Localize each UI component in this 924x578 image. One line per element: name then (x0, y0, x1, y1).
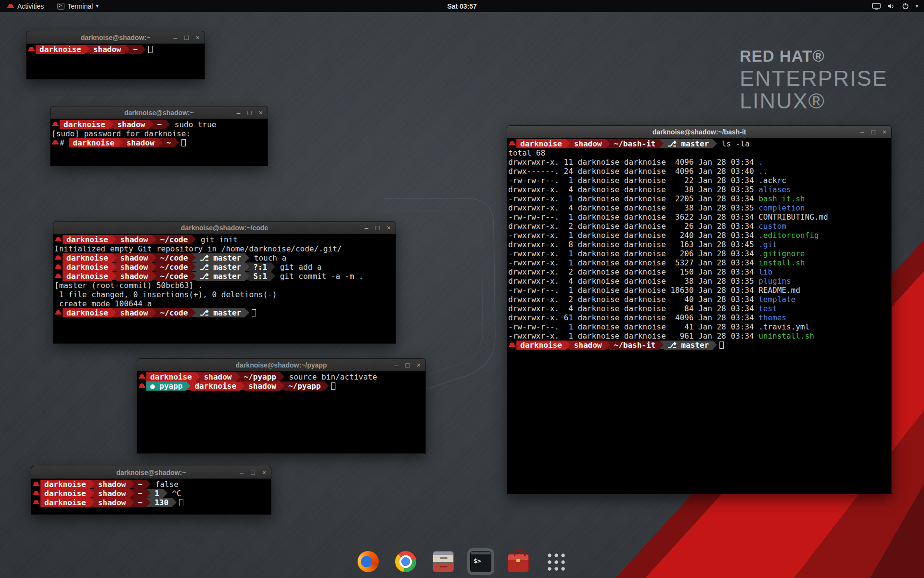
terminal-line: # darknoiseshadow~ (51, 138, 268, 147)
prompt-segment: ⎇ master (196, 263, 245, 272)
dock-item-files[interactable] (430, 548, 457, 575)
terminal-line: darknoiseshadow~ (27, 45, 205, 54)
terminal-window-bash-it[interactable]: darknoise@shadow:~/bash-it – □ × darknoi… (507, 125, 892, 494)
activities-button[interactable]: Activities (4, 0, 47, 12)
prompt-segment: darknoise (60, 120, 109, 129)
terminal-line: -rw-rw-r--. 1 darknoise darknoise 3622 J… (508, 212, 891, 222)
prompt-segment: ~/code (156, 253, 192, 263)
powerline-arrow-icon (196, 372, 200, 381)
terminal-window-home-2[interactable]: darknoise@shadow:~ – □ × darknoiseshadow… (31, 466, 271, 515)
dock-item-firefox[interactable] (355, 548, 382, 575)
redhat-prompt-icon (27, 45, 36, 54)
window-titlebar[interactable]: darknoise@shadow:~ – □ × (31, 466, 271, 479)
terminal-line: drwxrwxr-x. 11 darknoise darknoise 4096 … (508, 158, 891, 167)
minimize-button[interactable]: – (395, 362, 398, 368)
terminal-line: drwxrwxr-x. 4 darknoise darknoise 38 Jan… (508, 203, 891, 212)
window-titlebar[interactable]: darknoise@shadow:~ – □ × (51, 106, 268, 119)
close-button[interactable]: × (387, 224, 391, 231)
terminal-content[interactable]: darknoiseshadow~ sudo true[sudo] passwor… (51, 119, 268, 147)
terminal-line: -rwxrwxr-x. 1 darknoise darknoise 240 Ja… (508, 231, 891, 240)
dock-item-show-applications[interactable] (542, 548, 569, 575)
maximize-button[interactable]: □ (184, 34, 188, 41)
maximize-button[interactable]: □ (871, 129, 875, 135)
prompt-segment: ~ (134, 498, 147, 507)
powerline-arrow-icon (90, 498, 94, 507)
minimize-button[interactable]: – (860, 129, 864, 135)
dock-item-terminal[interactable] (467, 548, 494, 575)
prompt-segment: shadow (114, 120, 149, 129)
window-titlebar[interactable]: darknoise@shadow:~ – □ × (26, 31, 205, 44)
prompt-segment: ~/bash-it (610, 341, 660, 350)
redhat-prompt-icon (54, 263, 63, 272)
terminal-content[interactable]: darknoiseshadow~/bash-it⎇ master ls -lat… (507, 138, 891, 350)
powerline-arrow-icon (90, 480, 94, 488)
logo-red-hat-text: RED HAT® (740, 48, 888, 65)
clock[interactable]: Sat 03:57 (447, 2, 476, 10)
terminal-window-home-1[interactable]: darknoise@shadow:~ – □ × darknoiseshadow… (26, 31, 205, 79)
terminal-line: create mode 100644 a (54, 299, 396, 308)
terminal-text: drwxrwxr-x. 2 darknoise darknoise 26 Jan… (508, 222, 758, 231)
close-button[interactable]: × (262, 469, 266, 476)
terminal-window-pyapp[interactable]: darknoise@shadow:~/pyapp – □ × darknoise… (137, 358, 426, 454)
volume-icon (887, 3, 896, 10)
minimize-button[interactable]: – (174, 34, 178, 41)
redhat-prompt-icon (54, 253, 63, 263)
terminal-line: darknoiseshadow~/bash-it⎇ master ls -la (508, 139, 891, 148)
terminal-line: -rwxrwxr-x. 1 darknoise darknoise 961 Ja… (508, 331, 891, 341)
terminal-text: sudo true (170, 120, 216, 129)
prompt-segment: darknoise (40, 498, 90, 507)
terminal-window-sudo[interactable]: darknoise@shadow:~ – □ × darknoiseshadow… (50, 106, 268, 166)
powerline-arrow-icon (152, 263, 156, 271)
dock-item-chrome[interactable] (392, 548, 419, 575)
terminal-window-code[interactable]: darknoise@shadow:~/code – □ × darknoises… (53, 221, 396, 344)
close-button[interactable]: × (259, 109, 263, 116)
minimize-button[interactable]: – (237, 109, 241, 116)
powerline-arrow-icon (158, 138, 163, 147)
prompt-segment: darknoise (63, 272, 112, 281)
window-titlebar[interactable]: darknoise@shadow:~/bash-it – □ × (507, 126, 891, 138)
powerline-arrow-icon (280, 372, 284, 381)
terminal-text: -rw-rw-r--. 1 darknoise darknoise 3622 J… (508, 212, 758, 222)
prompt-segment: ⎇ master (664, 341, 713, 350)
terminal-text: uninstall.sh (758, 331, 814, 341)
close-button[interactable]: × (196, 34, 200, 41)
prompt-segment: darknoise (516, 341, 566, 350)
terminal-text: [master (root-commit) 50bcb63] . (54, 281, 203, 290)
maximize-button[interactable]: □ (375, 224, 379, 231)
terminal-content[interactable]: darknoiseshadow~/code git initInitialize… (53, 234, 396, 317)
prompt-segment: ● pyapp (146, 381, 186, 391)
terminal-text: drwx------. 24 darknoise darknoise 4096 … (508, 167, 758, 176)
terminal-content[interactable]: darknoiseshadow~ falsedarknoiseshadow~1 … (31, 479, 271, 507)
prompt-segment: ⎇ master (664, 139, 713, 148)
terminal-line: -rw-rw-r--. 1 darknoise darknoise 22 Jan… (508, 176, 891, 185)
minimize-button[interactable]: – (240, 469, 244, 476)
minimize-button[interactable]: – (365, 224, 369, 231)
terminal-text: touch a (249, 253, 286, 263)
terminal-cursor (252, 309, 256, 316)
terminal-text: plugins (758, 276, 791, 286)
logo-linux-text: LINUX® (740, 90, 888, 112)
powerline-arrow-icon (192, 263, 196, 271)
terminal-text: drwxrwxr-x. 4 darknoise darknoise 38 Jan… (508, 203, 758, 212)
window-titlebar[interactable]: darknoise@shadow:~/pyapp – □ × (137, 359, 425, 371)
powerline-arrow-icon (125, 45, 129, 53)
system-status-area[interactable]: ▾ (872, 2, 918, 10)
terminal-text: README.md (758, 286, 800, 295)
terminal-cursor (331, 382, 335, 390)
terminal-content[interactable]: darknoiseshadow~/pyapp source bin/activa… (137, 371, 425, 391)
maximize-button[interactable]: □ (247, 109, 251, 116)
terminal-line: drwxrwxr-x. 2 darknoise darknoise 26 Jan… (508, 222, 891, 231)
window-titlebar[interactable]: darknoise@shadow:~/code – □ × (53, 222, 396, 234)
maximize-button[interactable]: □ (251, 469, 255, 476)
terminal-text: source bin/activate (284, 372, 377, 381)
terminal-content[interactable]: darknoiseshadow~ (26, 44, 205, 54)
powerline-arrow-icon (141, 45, 146, 53)
close-button[interactable]: × (883, 129, 886, 135)
app-menu-terminal[interactable]: Terminal ▾ (54, 0, 101, 12)
powerline-arrow-icon (146, 498, 151, 507)
prompt-segment: ~/code (156, 308, 192, 317)
close-button[interactable]: × (417, 362, 421, 368)
window-title: darknoise@shadow:~/bash-it (653, 128, 746, 136)
maximize-button[interactable]: □ (405, 362, 409, 368)
dock-item-toolbox[interactable] (505, 548, 532, 575)
